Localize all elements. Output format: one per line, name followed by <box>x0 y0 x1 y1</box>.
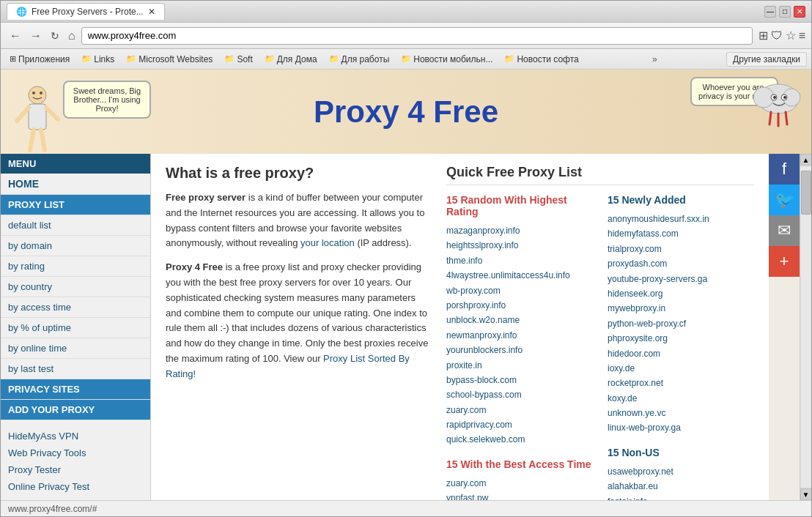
your-location-link[interactable]: your location <box>300 237 355 248</box>
sidebar: MENU HOME PROXY LIST default list by dom… <box>1 154 151 500</box>
proxy-link[interactable]: anonymoushidesurf.sxx.in <box>608 212 754 226</box>
proxy-link[interactable]: rapidprivacy.com <box>446 417 593 432</box>
bookmark-links[interactable]: 📁 Links <box>77 53 119 66</box>
footer-link-web-privacy[interactable]: Web Privacy Tools <box>8 445 143 461</box>
footer-link-hidemyass[interactable]: HideMyAss VPN <box>8 428 143 445</box>
p1-text2: (IP address). <box>357 237 411 248</box>
sidebar-item-by-rating[interactable]: by rating <box>1 256 150 277</box>
bookmark-work[interactable]: 📁 Для работы <box>325 53 394 66</box>
proxy-link[interactable]: school-bypass.com <box>446 387 593 402</box>
proxy-col-1: 15 Random With Highest Rating mazaganpro… <box>446 194 593 500</box>
tab-close-btn[interactable]: ✕ <box>148 7 155 17</box>
home-button[interactable]: ⌂ <box>65 28 78 44</box>
facebook-button[interactable]: f <box>769 154 800 185</box>
bookmark-soft-news-label: Новости софта <box>517 54 578 64</box>
bookmarks-more-button[interactable]: » <box>652 54 657 64</box>
proxy-link[interactable]: ioxy.de <box>608 361 754 376</box>
proxy-link[interactable]: bypass-block.com <box>446 373 593 387</box>
footer-link-online-privacy[interactable]: Online Privacy Test <box>8 478 143 495</box>
bookmark-soft-news[interactable]: 📁 Новости софта <box>500 53 583 66</box>
sidebar-item-default[interactable]: default list <box>1 215 150 236</box>
navigation-bar: ← → ↻ ⌂ ⊞ 🛡 ☆ ≡ <box>1 23 811 49</box>
proxy-link[interactable]: hidedoor.com <box>608 346 754 361</box>
proxy-link[interactable]: proxite.in <box>446 358 593 373</box>
sidebar-item-by-domain[interactable]: by domain <box>1 236 150 256</box>
proxy-link[interactable]: alahakbar.eu <box>608 479 754 494</box>
maximize-button[interactable]: □ <box>779 6 791 18</box>
proxy-link[interactable]: unknown.ye.vc <box>608 406 754 420</box>
adblock-icon[interactable]: 🛡 <box>771 29 783 42</box>
scroll-down-button[interactable]: ▼ <box>800 488 812 500</box>
scrollbar[interactable]: ▲ ▼ <box>800 154 811 500</box>
proxy-link[interactable]: phproxysite.org <box>608 331 754 346</box>
proxy-link[interactable]: heightsslproxy.info <box>446 238 593 253</box>
sidebar-item-home[interactable]: HOME <box>1 174 150 195</box>
proxy-link[interactable]: trialproxy.com <box>608 242 754 256</box>
proxy-link[interactable]: vpnfast.pw <box>446 491 593 500</box>
proxy-link[interactable]: mywebproxy.in <box>608 301 754 316</box>
proxy-link[interactable]: thme.info <box>446 253 593 268</box>
bookmark-mobile-news[interactable]: 📁 Новости мобильн... <box>396 53 497 66</box>
paragraph-2: Proxy 4 Free is a free proxy list and pr… <box>166 260 432 382</box>
proxy-link[interactable]: zuary.com <box>446 403 593 417</box>
scroll-thumb[interactable] <box>801 171 811 215</box>
bookmark-home-label: Для Дома <box>277 54 317 64</box>
extensions-icon[interactable]: ⊞ <box>759 29 768 42</box>
close-button[interactable]: ✕ <box>794 6 805 18</box>
minimize-button[interactable]: — <box>764 6 776 18</box>
scroll-track[interactable] <box>801 167 811 487</box>
proxy-link[interactable]: unblock.w2o.name <box>446 313 593 327</box>
proxy-link[interactable]: youtube-proxy-servers.ga <box>608 272 754 286</box>
proxy-link[interactable]: linux-web-proxy.ga <box>608 420 754 435</box>
twitter-button[interactable]: 🐦 <box>769 185 800 215</box>
proxy-link[interactable]: proxydash.com <box>608 256 754 271</box>
svg-line-4 <box>30 130 34 150</box>
address-bar[interactable] <box>81 27 753 45</box>
sidebar-item-by-uptime[interactable]: by % of uptime <box>1 318 150 338</box>
sidebar-item-privacy-sites[interactable]: PRIVACY SITES <box>1 379 150 400</box>
proxy-link[interactable]: rocketprox.net <box>608 376 754 390</box>
folder-icon-6: 📁 <box>401 54 411 64</box>
bookmark-soft-label: Soft <box>237 54 252 64</box>
section1-title: 15 Random With Highest Rating <box>446 194 593 217</box>
forward-button[interactable]: → <box>27 28 45 44</box>
proxy-link[interactable]: hidenseek.org <box>608 286 754 301</box>
proxy-link[interactable]: python-web-proxy.cf <box>608 316 754 331</box>
google-plus-button[interactable]: + <box>769 246 800 277</box>
sidebar-item-by-online-time[interactable]: by online time <box>1 338 150 359</box>
bookmark-soft[interactable]: 📁 Soft <box>220 53 256 66</box>
sidebar-item-by-access-time[interactable]: by access time <box>1 297 150 318</box>
proxy-link[interactable]: usawebproxy.net <box>608 464 754 479</box>
star-icon[interactable]: ☆ <box>786 29 796 42</box>
folder-icon-5: 📁 <box>329 54 339 64</box>
proxy-link[interactable]: newmanproxy.info <box>446 328 593 343</box>
content-grid: What is a free proxy? Free proxy server … <box>166 165 754 500</box>
proxy-link[interactable]: porshproxy.info <box>446 298 593 313</box>
proxy-link[interactable]: hidemyfatass.com <box>608 226 754 241</box>
sidebar-item-proxy-list[interactable]: PROXY LIST <box>1 195 150 215</box>
proxy-link[interactable]: koxy.de <box>608 391 754 406</box>
bookmark-home[interactable]: 📁 Для Дома <box>260 53 322 66</box>
other-bookmarks-button[interactable]: Другие закладки <box>726 52 807 67</box>
back-button[interactable]: ← <box>7 28 24 44</box>
refresh-button[interactable]: ↻ <box>48 29 62 43</box>
proxy-link[interactable]: mazaganproxy.info <box>446 223 593 238</box>
sidebar-item-add-proxy[interactable]: ADD YOUR PROXY <box>1 400 150 420</box>
proxy-link[interactable]: quick.selekweb.com <box>446 432 593 447</box>
bookmark-microsoft[interactable]: 📁 Microsoft Websites <box>122 53 217 66</box>
footer-link-proxy-tester[interactable]: Proxy Tester <box>8 461 143 478</box>
sidebar-item-by-country[interactable]: by country <box>1 277 150 297</box>
email-button[interactable]: ✉ <box>769 215 800 246</box>
proxy-link[interactable]: zuary.com <box>446 476 593 491</box>
scroll-up-button[interactable]: ▲ <box>800 154 812 165</box>
folder-icon-3: 📁 <box>224 54 235 64</box>
browser-tab[interactable]: 🌐 Free Proxy Servers - Prote... ✕ <box>7 3 165 20</box>
proxy-link[interactable]: 4lwaystree.unlimitaccess4u.info <box>446 268 593 283</box>
proxy-link[interactable]: wb-proxy.com <box>446 283 593 298</box>
bookmark-apps[interactable]: ⊞ Приложения <box>5 53 74 66</box>
proxy-link[interactable]: yourunblockers.info <box>446 343 593 357</box>
proxy-link[interactable]: fastair.info <box>608 494 754 500</box>
menu-icon[interactable]: ≡ <box>799 29 805 42</box>
svg-point-7 <box>40 92 43 94</box>
sidebar-item-by-last-test[interactable]: by last test <box>1 359 150 379</box>
